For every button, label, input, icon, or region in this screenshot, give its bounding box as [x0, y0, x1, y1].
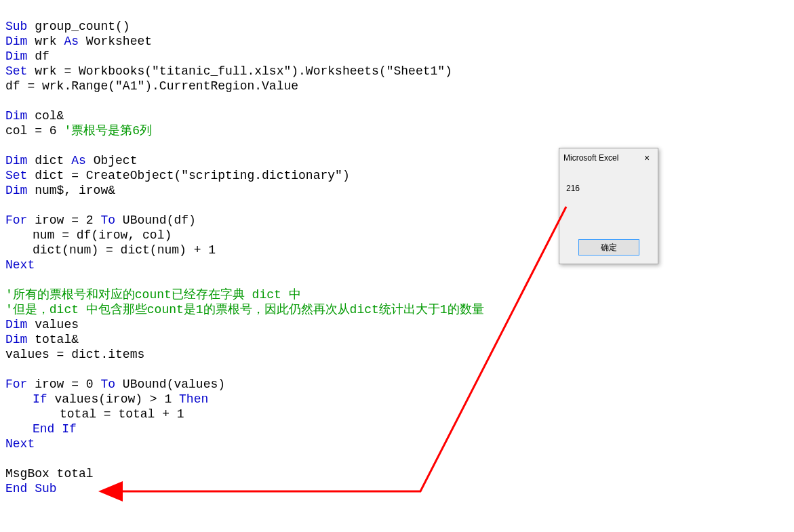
- kw-then: Then: [179, 392, 208, 406]
- var-num-irow: num$, irow&: [27, 184, 115, 197]
- dialog-title: Microsoft Excel: [563, 150, 640, 165]
- var-wrk: wrk: [27, 35, 64, 48]
- kw-set: Set: [5, 169, 27, 182]
- dialog-footer: 确定: [559, 239, 658, 256]
- sub-name: group_count(): [27, 20, 130, 33]
- var-col: col&: [27, 109, 64, 123]
- kw-to: To: [100, 377, 115, 391]
- assign-wrk: wrk = Workbooks("titanic_full.xlsx").Wor…: [27, 64, 452, 78]
- for-range-b2: UBound(values): [115, 377, 225, 391]
- kw-dim: Dim: [5, 318, 27, 331]
- kw-dim: Dim: [5, 333, 27, 346]
- comment-col: '票根号是第6列: [64, 124, 152, 138]
- kw-dim: Dim: [5, 109, 27, 123]
- dialog-titlebar: Microsoft Excel ×: [559, 148, 658, 167]
- assign-dict: dict = CreateObject("scripting.dictionar…: [27, 169, 349, 182]
- comment-block-1: '所有的票根号和对应的count已经存在字典 dict 中: [5, 288, 301, 302]
- assign-values: values = dict.items: [5, 348, 144, 361]
- ok-button[interactable]: 确定: [578, 239, 639, 255]
- if-cond: values(irow) > 1: [47, 392, 179, 406]
- kw-dim: Dim: [5, 184, 27, 197]
- if-body: total = total + 1: [60, 407, 184, 421]
- kw-for: For: [5, 213, 27, 227]
- assign-col: col = 6: [5, 124, 64, 138]
- var-df: df: [27, 49, 49, 63]
- comment-block-2: '但是，dict 中包含那些count是1的票根号，因此仍然再次从dict统计出…: [5, 303, 484, 316]
- dialog-body: 216: [559, 167, 658, 203]
- kw-set: Set: [5, 64, 27, 78]
- kw-dim: Dim: [5, 49, 27, 63]
- type-worksheet: Worksheet: [79, 35, 152, 48]
- kw-dim: Dim: [5, 35, 27, 48]
- close-icon[interactable]: ×: [640, 150, 654, 165]
- assign-df: df = wrk.Range("A1").CurrentRegion.Value: [5, 79, 298, 93]
- msgbox-dialog: Microsoft Excel × 216 确定: [559, 148, 658, 264]
- var-dict: dict: [27, 154, 71, 167]
- vba-code-block: Sub group_count() Dim wrk As Worksheet D…: [5, 4, 484, 496]
- var-values: values: [27, 318, 79, 331]
- kw-if: If: [33, 392, 47, 406]
- kw-next: Next: [5, 258, 35, 272]
- kw-sub: Sub: [5, 20, 27, 33]
- var-total: total&: [27, 333, 79, 346]
- loop-body-1: num = df(irow, col): [33, 228, 172, 242]
- for-range-b: UBound(df): [115, 213, 196, 227]
- kw-as: As: [64, 35, 79, 48]
- dialog-value: 216: [566, 184, 580, 193]
- kw-dim: Dim: [5, 154, 27, 167]
- kw-endsub: End Sub: [5, 482, 57, 495]
- for-range-a: irow = 2: [27, 213, 100, 227]
- msgbox-line: MsgBox total: [5, 467, 94, 480]
- kw-to: To: [100, 213, 115, 227]
- kw-next: Next: [5, 437, 35, 451]
- kw-for: For: [5, 377, 27, 391]
- kw-as: As: [71, 154, 86, 167]
- loop-body-2: dict(num) = dict(num) + 1: [33, 243, 216, 257]
- type-object: Object: [86, 154, 138, 167]
- for-range-a2: irow = 0: [27, 377, 100, 391]
- kw-endif: End If: [33, 422, 77, 436]
